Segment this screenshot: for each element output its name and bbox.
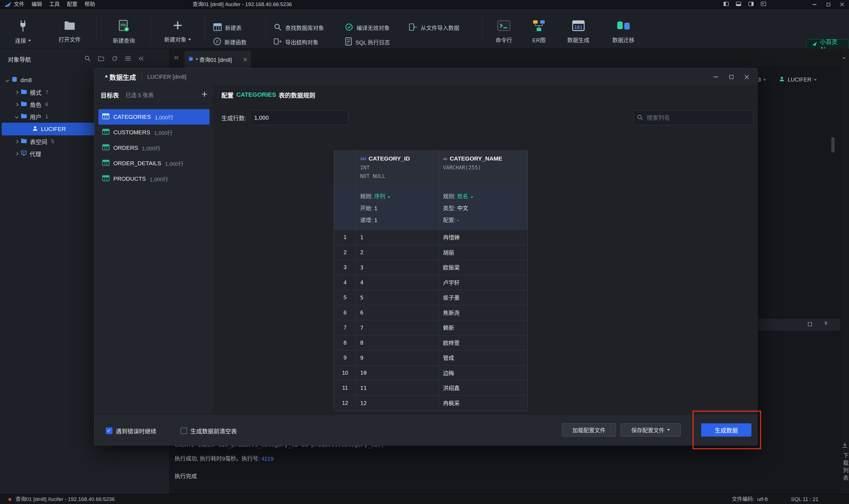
- compile-invalid-label: 编译无效对象: [357, 24, 390, 32]
- find-db-object-button[interactable]: 查找数据库对象: [274, 23, 324, 33]
- continue-on-error-checkbox[interactable]: 遇到错误时继续: [106, 427, 157, 435]
- dialog-close-icon[interactable]: [739, 68, 755, 86]
- maximize-panel-icon[interactable]: [808, 322, 812, 327]
- execution-number-link[interactable]: 4219: [261, 456, 274, 462]
- truncate-before-checkbox[interactable]: 生成数据前清空表: [180, 427, 237, 435]
- editor-scrollbar[interactable]: [831, 137, 835, 152]
- expand-chevron-icon[interactable]: [15, 115, 19, 119]
- menu-help[interactable]: 帮助: [83, 0, 97, 9]
- dialog-minimize-icon[interactable]: [708, 68, 724, 86]
- new-query-button[interactable]: SQL 新建查询: [105, 20, 143, 44]
- cell-category-name: 胡丽: [439, 245, 528, 260]
- log-icon: [345, 37, 352, 47]
- search-icon[interactable]: [85, 56, 91, 63]
- cmdline-button[interactable]: 命令行: [489, 20, 519, 44]
- chevron-down-icon: [387, 195, 390, 198]
- execution-result-line: 执行成功, 执行耗时9毫秒。执行号: 4219: [175, 454, 274, 462]
- data-migrate-button[interactable]: 数据迁移: [605, 20, 642, 44]
- collapsed-chevron-icon[interactable]: [15, 140, 19, 143]
- data-generate-button[interactable]: 101 数据生成: [560, 20, 597, 44]
- sql-log-label: SQL 执行日志: [356, 38, 390, 46]
- expand-right-panel-icon[interactable]: [843, 55, 845, 60]
- menu-icon[interactable]: [125, 56, 131, 62]
- target-table-products[interactable]: PRODUCTS 1,000行: [98, 171, 210, 186]
- selected-count-label: 已选 5 张表: [125, 91, 153, 99]
- collapse-panel-icon[interactable]: [138, 56, 144, 62]
- rule-cell-category-id[interactable]: 规则: 序列 开始: 1 递增: 1: [356, 186, 439, 230]
- collapse-panel-down-icon[interactable]: [825, 321, 827, 324]
- download-icon[interactable]: [842, 442, 848, 449]
- schema-user-selector[interactable]: LUCIFER: [788, 76, 811, 83]
- editor-context-bar: 3 LUCIFER: [758, 68, 816, 91]
- checkbox-checked-icon[interactable]: [106, 428, 112, 434]
- file-encoding[interactable]: 文件编码: utf-8: [732, 494, 768, 504]
- checkbox-unchecked-icon[interactable]: [180, 428, 187, 434]
- new-object-button[interactable]: 新建对象: [156, 20, 199, 43]
- save-config-button[interactable]: 保存配置文件: [620, 423, 681, 436]
- target-table-categories[interactable]: CATEGORIES 1,000行: [98, 109, 210, 125]
- import-data-button[interactable]: 从文件导入数据: [409, 23, 459, 33]
- table-row-count: 1,000行: [165, 160, 184, 167]
- cell-category-id: 1: [356, 230, 439, 245]
- panel-left-icon[interactable]: [724, 2, 729, 7]
- chevron-down-icon[interactable]: [814, 78, 816, 80]
- rule-value-dropdown[interactable]: 序列: [374, 194, 385, 199]
- search-column-input[interactable]: [633, 110, 753, 125]
- dialog-maximize-icon[interactable]: [724, 68, 739, 86]
- add-target-table-button[interactable]: [201, 91, 207, 98]
- menu-edit[interactable]: 编辑: [30, 0, 44, 9]
- encoding-label: 文件编码:: [732, 496, 754, 502]
- collapsed-chevron-icon[interactable]: [15, 103, 19, 106]
- column-header-category-id[interactable]: 123CATEGORY_ID INT NOT NULL: [356, 151, 439, 186]
- rule-label: 规则:: [360, 194, 373, 199]
- collapsed-chevron-icon[interactable]: [15, 91, 19, 94]
- collapsed-chevron-icon[interactable]: [15, 152, 19, 156]
- preview-row: 1111洪绍鑫: [334, 380, 528, 396]
- download-list-tab[interactable]: 下载列表: [842, 453, 849, 483]
- panel-bottom-icon[interactable]: [736, 2, 741, 7]
- editor-tab[interactable]: SQL * 查询01 [dm8]: [185, 51, 251, 68]
- new-table-button[interactable]: 新建表: [213, 23, 241, 33]
- export-struct-button[interactable]: 导出结构对象: [274, 37, 319, 47]
- menu-tools[interactable]: 工具: [48, 0, 61, 9]
- table-name: CATEGORIES: [113, 113, 151, 120]
- connect-button[interactable]: 连接: [8, 20, 38, 44]
- refresh-icon[interactable]: [112, 56, 118, 63]
- minimize-button[interactable]: [808, 0, 821, 9]
- row-number: 5: [334, 290, 356, 305]
- new-function-button[interactable]: F 新建函数: [213, 37, 247, 47]
- expand-chevron-icon[interactable]: [5, 78, 9, 82]
- chevron-down-icon[interactable]: [763, 78, 766, 80]
- database-selector-fragment[interactable]: 3: [758, 76, 761, 83]
- sql-log-button[interactable]: SQL 执行日志: [345, 37, 390, 47]
- column-header-category-name[interactable]: abCATEGORY_NAME VARCHAR(255): [439, 151, 528, 186]
- maximize-button[interactable]: [821, 0, 835, 9]
- data-generation-dialog: * 数据生成 LUCIFER [dm8] 目标表 已选 5 张表 CATEGOR…: [94, 68, 758, 446]
- locate-folder-icon[interactable]: [98, 56, 104, 62]
- target-table-order-details[interactable]: ORDER_DETAILS 1,000行: [98, 156, 210, 171]
- table-grid-icon: [102, 144, 109, 152]
- er-diagram-button[interactable]: ER图: [526, 20, 552, 44]
- target-table-customers[interactable]: CUSTOMERS 1,000行: [98, 125, 210, 140]
- toolbar-divider: [266, 15, 266, 43]
- target-tables-panel: 目标表 已选 5 张表 CATEGORIES 1,000行 CUSTOMERS …: [94, 86, 213, 415]
- menu-config[interactable]: 配置: [65, 0, 79, 9]
- tabs-scroll-left-icon[interactable]: [174, 55, 179, 61]
- dialog-header[interactable]: * 数据生成 LUCIFER [dm8]: [94, 68, 757, 86]
- menu-file[interactable]: 文件: [12, 0, 26, 9]
- rowcount-input[interactable]: [250, 110, 348, 125]
- grid-rule-row: 规则: 序列 开始: 1 递增: 1 规则: 姓名 类型: 中文 配置: -: [334, 186, 528, 230]
- tab-close-icon[interactable]: [243, 56, 247, 63]
- param-value: 1: [374, 205, 377, 211]
- panel-restore-icon[interactable]: [761, 2, 766, 7]
- new-function-label: 新建函数: [224, 38, 247, 46]
- rule-cell-category-name[interactable]: 规则: 姓名 类型: 中文 配置: -: [439, 186, 528, 230]
- connect-icon: [18, 20, 28, 33]
- target-table-orders[interactable]: ORDERS 1,000行: [98, 140, 210, 156]
- rule-value-dropdown[interactable]: 姓名: [457, 194, 468, 199]
- load-config-button[interactable]: 加载配置文件: [562, 423, 616, 436]
- close-button[interactable]: [835, 0, 849, 9]
- compile-invalid-button[interactable]: 编译无效对象: [345, 23, 390, 33]
- panel-right-icon[interactable]: [748, 2, 754, 7]
- open-file-button[interactable]: 打开文件: [50, 20, 89, 43]
